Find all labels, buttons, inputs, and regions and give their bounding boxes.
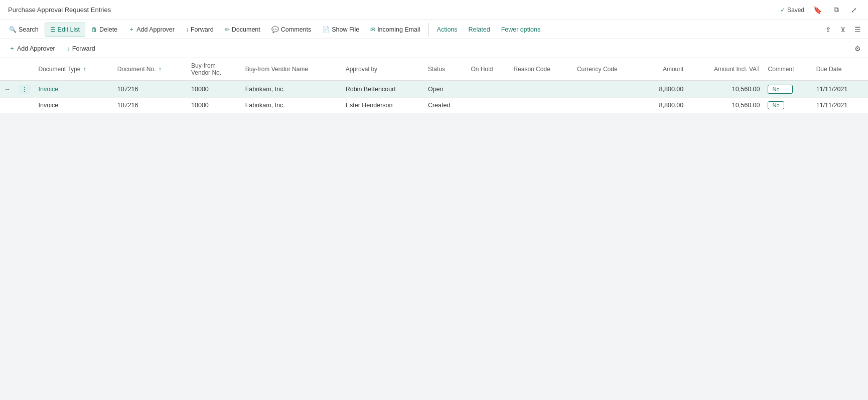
bookmark-button[interactable]: 🔖	[810, 4, 825, 16]
add-approver-button[interactable]: ＋ Add Approver	[123, 22, 180, 37]
col-amount: Amount	[642, 58, 688, 81]
cell-doc-type: Invoice	[35, 98, 113, 113]
table-row[interactable]: Invoice10721610000Fabrikam, Inc.Ester He…	[0, 98, 868, 113]
col-vendor-no: Buy-fromVendor No.	[187, 58, 241, 81]
cell-currency-code	[573, 81, 642, 98]
cell-comment: No	[764, 98, 812, 113]
columns-button[interactable]: ☰	[851, 24, 864, 36]
delete-button[interactable]: 🗑 Delete	[86, 23, 122, 36]
main-content-area	[0, 113, 868, 400]
comment-badge: No	[768, 101, 784, 109]
cell-amount: 8,800.00	[642, 81, 688, 98]
col-status: Status	[424, 58, 467, 81]
comment-input[interactable]	[768, 85, 793, 94]
cell-comment[interactable]	[764, 81, 812, 98]
show-file-icon: 📄	[322, 26, 330, 33]
col-doc-no[interactable]: Document No. ↑	[113, 58, 187, 81]
col-doc-type[interactable]: Document Type ↑	[35, 58, 113, 81]
edit-list-icon: ☰	[50, 26, 56, 33]
saved-status: ✓ Saved	[780, 7, 804, 14]
top-bar: Purchase Approval Request Entries ✓ Save…	[0, 0, 868, 20]
cell-vendor-name: Fabrikam, Inc.	[241, 98, 342, 113]
open-new-button[interactable]: ⧉	[831, 4, 842, 16]
cell-reason-code	[509, 98, 572, 113]
row-menu-cell[interactable]: ⋮	[15, 81, 35, 98]
expand-button[interactable]: ⤢	[848, 4, 860, 16]
table-row[interactable]: →⋮Invoice10721610000Fabrikam, Inc.Robin …	[0, 81, 868, 98]
cell-vendor-no: 10000	[187, 98, 241, 113]
comments-icon: 💬	[271, 26, 279, 33]
cell-doc-no: 107216	[113, 81, 187, 98]
search-icon: 🔍	[9, 26, 17, 33]
check-icon: ✓	[780, 7, 785, 14]
main-toolbar: 🔍 Search ☰ Edit List 🗑 Delete ＋ Add Appr…	[0, 20, 868, 39]
incoming-email-icon: ✉	[370, 26, 375, 33]
sub-add-approver-icon: ＋	[9, 44, 15, 53]
cell-reason-code	[509, 81, 572, 98]
add-approver-icon: ＋	[128, 25, 134, 34]
doc-type-link[interactable]: Invoice	[39, 86, 59, 93]
forward-button[interactable]: ↓ Forward	[181, 23, 219, 36]
document-button[interactable]: ✏ Document	[220, 23, 265, 36]
col-on-hold: On Hold	[467, 58, 509, 81]
sub-forward-button[interactable]: ↓ Forward	[62, 42, 100, 55]
cell-doc-no: 107216	[113, 98, 187, 113]
delete-icon: 🗑	[91, 26, 97, 33]
sort-arrow-doc-no: ↑	[159, 66, 162, 73]
related-link[interactable]: Related	[464, 23, 495, 36]
cell-status: Open	[424, 81, 467, 98]
sort-arrow-doc-type: ↑	[83, 66, 86, 73]
toolbar-right: ⇪ ⊻ ☰	[822, 24, 864, 36]
col-comment: Comment	[764, 58, 812, 81]
cell-due-date: 11/11/2021	[812, 81, 868, 98]
cell-status: Created	[424, 98, 467, 113]
cell-currency-code	[573, 98, 642, 113]
fewer-options-link[interactable]: Fewer options	[496, 23, 546, 36]
filter-button[interactable]: ⊻	[837, 24, 848, 36]
cell-amount-incl-vat: 10,560.00	[687, 98, 764, 113]
row-arrow-icon: →	[4, 86, 11, 93]
cell-vendor-name: Fabrikam, Inc.	[241, 81, 342, 98]
col-currency-code: Currency Code	[573, 58, 642, 81]
sub-toolbar: ＋ Add Approver ↓ Forward ⚙	[0, 39, 868, 58]
separator-1	[428, 23, 429, 37]
col-reason-code: Reason Code	[509, 58, 572, 81]
row-context-menu-button[interactable]: ⋮	[19, 85, 31, 94]
row-arrow-cell: →	[0, 81, 15, 98]
row-indicator-col	[0, 58, 15, 81]
show-file-button[interactable]: 📄 Show File	[317, 23, 364, 36]
forward-icon: ↓	[186, 26, 189, 33]
col-vendor-name: Buy-from Vendor Name	[241, 58, 342, 81]
data-table: Document Type ↑ Document No. ↑ Buy-fromV…	[0, 58, 868, 113]
col-due-date: Due Date	[812, 58, 868, 81]
sub-add-approver-button[interactable]: ＋ Add Approver	[4, 41, 60, 56]
share-button[interactable]: ⇪	[822, 24, 834, 36]
sub-forward-icon: ↓	[67, 45, 70, 52]
personalize-button[interactable]: ⚙	[851, 43, 864, 55]
comments-button[interactable]: 💬 Comments	[266, 23, 316, 36]
search-button[interactable]: 🔍 Search	[4, 23, 44, 36]
document-icon: ✏	[225, 26, 230, 33]
cell-on-hold	[467, 81, 509, 98]
row-arrow-cell	[0, 98, 15, 113]
top-bar-actions: ✓ Saved 🔖 ⧉ ⤢	[780, 4, 860, 16]
edit-list-button[interactable]: ☰ Edit List	[45, 23, 85, 37]
cell-approval-by: Ester Henderson	[342, 98, 424, 113]
incoming-email-button[interactable]: ✉ Incoming Email	[365, 23, 425, 36]
content-panel: Document Type ↑ Document No. ↑ Buy-fromV…	[0, 58, 868, 113]
col-amount-vat: Amount Incl. VAT	[687, 58, 764, 81]
row-menu-cell[interactable]	[15, 98, 35, 113]
cell-vendor-no: 10000	[187, 81, 241, 98]
page-title: Purchase Approval Request Entries	[8, 6, 111, 14]
table-header-row: Document Type ↑ Document No. ↑ Buy-fromV…	[0, 58, 868, 81]
col-approval-by: Approval by	[342, 58, 424, 81]
row-action-col	[15, 58, 35, 81]
cell-approval-by: Robin Bettencourt	[342, 81, 424, 98]
cell-doc-type[interactable]: Invoice	[35, 81, 113, 98]
cell-due-date: 11/11/2021	[812, 98, 868, 113]
actions-link[interactable]: Actions	[432, 23, 463, 36]
cell-amount: 8,800.00	[642, 98, 688, 113]
cell-amount-incl-vat: 10,560.00	[687, 81, 764, 98]
cell-on-hold	[467, 98, 509, 113]
